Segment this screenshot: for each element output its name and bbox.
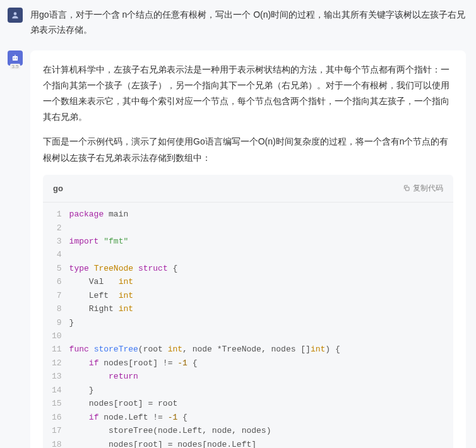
code-line: }: [69, 384, 443, 397]
user-avatar: [8, 8, 23, 23]
code-line: }: [69, 316, 443, 329]
copy-code-button[interactable]: 复制代码: [403, 182, 443, 196]
code-line: Left int: [69, 289, 443, 302]
code-body: 1234567891011121314151617181920 package …: [43, 203, 453, 448]
copy-label: 复制代码: [413, 182, 443, 196]
svg-rect-4: [15, 54, 15, 56]
code-header: go 复制代码: [43, 175, 453, 203]
response-paragraph: 下面是一个示例代码，演示了如何使用Go语言编写一个O(n)时间复杂度的过程，将一…: [43, 134, 453, 165]
model-badge: 3.5: [10, 64, 20, 69]
code-line: nodes[root] = root: [69, 397, 443, 410]
copy-icon: [403, 184, 410, 192]
code-line: return: [69, 370, 443, 383]
code-line: package main: [69, 208, 443, 221]
code-line: type TreeNode struct {: [69, 262, 443, 275]
code-line: [69, 221, 443, 235]
code-block: go 复制代码 1234567891011121314151617181920 …: [43, 175, 453, 448]
user-icon: [11, 11, 20, 20]
svg-rect-1: [13, 56, 18, 61]
assistant-avatar: 3.5: [8, 50, 23, 66]
code-line: Val int: [69, 275, 443, 288]
code-line: [69, 329, 443, 343]
svg-rect-5: [406, 187, 410, 191]
bot-icon: [11, 54, 20, 62]
svg-point-3: [16, 57, 17, 59]
code-lines: package main import "fmt" type TreeNode …: [69, 208, 453, 448]
code-language-label: go: [53, 181, 63, 196]
assistant-message: 3.5 在计算机科学中，左孩子右兄弟表示法是一种用于表示树状结构的方法，其中每个…: [0, 43, 476, 448]
code-line: import "fmt": [69, 235, 443, 248]
line-numbers: 1234567891011121314151617181920: [43, 208, 69, 448]
user-message: 用go语言，对于一个含 n个结点的任意有根树，写出一个 O(n)时间的过程，输出…: [0, 0, 476, 43]
user-text: 用go语言，对于一个含 n个结点的任意有根树，写出一个 O(n)时间的过程，输出…: [30, 8, 466, 38]
response-paragraph: 在计算机科学中，左孩子右兄弟表示法是一种用于表示树状结构的方法，其中每个节点都有…: [43, 62, 453, 126]
svg-point-2: [13, 57, 15, 59]
code-line: storeTree(node.Left, node, nodes): [69, 424, 443, 437]
code-line: Right int: [69, 302, 443, 315]
code-line: if node.Left != -1 {: [69, 411, 443, 424]
assistant-content: 在计算机科学中，左孩子右兄弟表示法是一种用于表示树状结构的方法，其中每个节点都有…: [30, 50, 466, 448]
code-line: [69, 248, 443, 261]
code-line: nodes[root] = nodes[node.Left]: [69, 438, 443, 448]
code-line: func storeTree(root int, node *TreeNode,…: [69, 343, 443, 356]
svg-point-0: [14, 12, 17, 15]
code-line: if nodes[root] != -1 {: [69, 357, 443, 370]
